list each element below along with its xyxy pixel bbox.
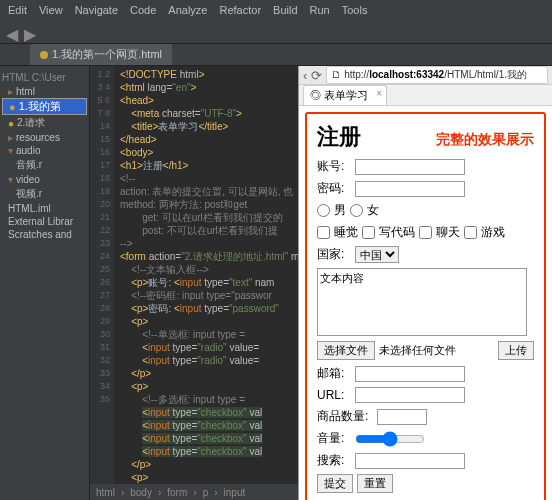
qty-input[interactable]	[377, 409, 427, 425]
email-label: 邮箱:	[317, 365, 351, 382]
cb-sleep[interactable]	[317, 226, 330, 239]
search-input[interactable]	[355, 453, 465, 469]
folder-icon: ▾	[8, 145, 13, 156]
upload-button[interactable]: 上传	[498, 341, 534, 360]
cb-label: 睡觉	[334, 224, 358, 241]
account-input[interactable]	[355, 159, 465, 175]
html-file-icon	[40, 51, 48, 59]
radio-female[interactable]	[350, 204, 363, 217]
password-input[interactable]	[355, 181, 465, 197]
textarea[interactable]	[317, 268, 527, 336]
vol-label: 音量:	[317, 430, 351, 447]
cb-label: 写代码	[379, 224, 415, 241]
folder-icon: ▸	[8, 86, 13, 97]
crumb-item[interactable]: form	[167, 487, 187, 498]
crumb-item[interactable]: p	[203, 487, 209, 498]
volume-slider[interactable]	[355, 431, 425, 447]
html-file-icon: ●	[9, 101, 16, 113]
rendered-page: 注册 完整的效果展示 账号: 密码: 男 女 睡觉 写代码 聊天 游戏 国家:中…	[299, 106, 552, 500]
cb-game[interactable]	[464, 226, 477, 239]
demo-border: 注册 完整的效果展示 账号: 密码: 男 女 睡觉 写代码 聊天 游戏 国家:中…	[305, 112, 546, 500]
line-gutter: 1 2 3 4 5 6 7 8 14 15 16 17 18 19 20 21 …	[90, 66, 114, 500]
acct-label: 账号:	[317, 158, 351, 175]
file-item[interactable]: 音频.r	[2, 157, 87, 173]
country-label: 国家:	[317, 246, 351, 263]
page-title: 注册	[317, 122, 361, 152]
editor-tab[interactable]: 1.我的第一个网页.html	[30, 44, 172, 65]
menu-build[interactable]: Build	[269, 4, 301, 16]
menu-navigate[interactable]: Navigate	[71, 4, 122, 16]
cb-label: 聊天	[436, 224, 460, 241]
menu-edit[interactable]: Edit	[4, 4, 31, 16]
reset-button[interactable]: 重置	[357, 474, 393, 493]
pwd-label: 密码:	[317, 180, 351, 197]
female-label: 女	[367, 202, 379, 219]
crumb-item[interactable]: body	[130, 487, 152, 498]
folder-icon: ▸	[8, 132, 13, 143]
code-editor[interactable]: 1 2 3 4 5 6 7 8 14 15 16 17 18 19 20 21 …	[90, 66, 298, 500]
folder-icon: ▾	[8, 174, 13, 185]
back-icon[interactable]: ◀	[6, 25, 20, 39]
project-panel[interactable]: HTML C:\User ▸html ●1.我的第 ●2.请求 ▸resourc…	[0, 66, 90, 500]
url-input[interactable]	[355, 387, 465, 403]
browser-tab[interactable]: ◎ 表单学习	[303, 85, 387, 105]
file-status: 未选择任何文件	[379, 343, 456, 358]
search-label: 搜索:	[317, 452, 351, 469]
menu-view[interactable]: View	[35, 4, 67, 16]
radio-male[interactable]	[317, 204, 330, 217]
folder-video[interactable]: ▾video	[2, 173, 87, 186]
male-label: 男	[334, 202, 346, 219]
folder-html[interactable]: ▸html	[2, 85, 87, 98]
file-item[interactable]: ●2.请求	[2, 115, 87, 131]
email-input[interactable]	[355, 366, 465, 382]
qty-label: 商品数量:	[317, 408, 373, 425]
cb-label: 游戏	[481, 224, 505, 241]
menu-tools[interactable]: Tools	[338, 4, 372, 16]
browser-toolbar: ‹ ⟳ 🗋 http://localhost:63342/HTML/html/1…	[299, 66, 552, 85]
lib-item[interactable]: External Librar	[2, 215, 87, 228]
submit-button[interactable]: 提交	[317, 474, 353, 493]
crumb-item[interactable]: html	[96, 487, 115, 498]
country-select[interactable]: 中国	[355, 246, 399, 263]
ide-menubar[interactable]: Edit View Navigate Code Analyze Refactor…	[0, 0, 552, 20]
fwd-icon[interactable]: ▶	[24, 25, 38, 39]
breadcrumb[interactable]: html› body› form› p› input	[90, 484, 298, 500]
menu-analyze[interactable]: Analyze	[164, 4, 211, 16]
scratches-item[interactable]: Scratches and	[2, 228, 87, 241]
editor-tab-label: 1.我的第一个网页.html	[52, 47, 162, 62]
browser-preview: ‹ ⟳ 🗋 http://localhost:63342/HTML/html/1…	[298, 66, 552, 500]
menu-code[interactable]: Code	[126, 4, 160, 16]
code-body[interactable]: <!DOCTYPE html> <html lang="en"> <head> …	[116, 66, 298, 500]
menu-run[interactable]: Run	[306, 4, 334, 16]
file-selected[interactable]: ●1.我的第	[2, 98, 87, 115]
ide-toolbar: ◀ ▶	[0, 20, 552, 44]
cb-code[interactable]	[362, 226, 375, 239]
caption: 完整的效果展示	[436, 131, 534, 149]
file-item[interactable]: 视频.r	[2, 186, 87, 202]
editor-tabstrip: 1.我的第一个网页.html	[0, 44, 552, 66]
browser-tabstrip: ◎ 表单学习	[299, 85, 552, 106]
back-icon[interactable]: ‹	[303, 68, 307, 83]
reload-icon[interactable]: ⟳	[311, 68, 322, 83]
cb-chat[interactable]	[419, 226, 432, 239]
url-label: URL:	[317, 388, 351, 402]
file-item[interactable]: HTML.iml	[2, 202, 87, 215]
crumb-item[interactable]: input	[224, 487, 246, 498]
folder-resources[interactable]: ▸resources	[2, 131, 87, 144]
menu-refactor[interactable]: Refactor	[215, 4, 265, 16]
choose-file-button[interactable]: 选择文件	[317, 341, 375, 360]
address-bar[interactable]: 🗋 http://localhost:63342/HTML/html/1.我的	[326, 66, 548, 84]
html-file-icon: ●	[8, 118, 14, 129]
project-title: HTML C:\User	[2, 70, 87, 85]
folder-audio[interactable]: ▾audio	[2, 144, 87, 157]
